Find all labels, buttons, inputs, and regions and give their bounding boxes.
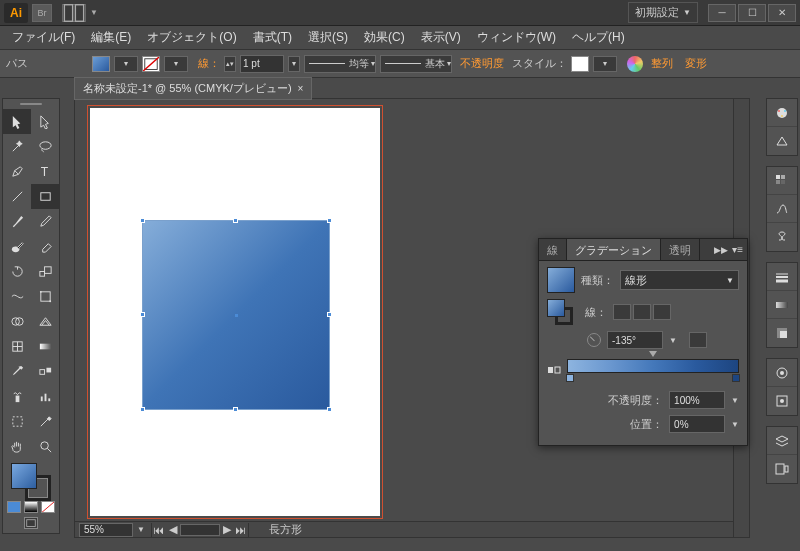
- appearance-panel-icon[interactable]: [767, 359, 797, 387]
- swatches-panel-icon[interactable]: [767, 167, 797, 195]
- pencil-tool[interactable]: [31, 209, 59, 234]
- width-tool[interactable]: [3, 284, 31, 309]
- resize-handle-tr[interactable]: [327, 218, 332, 223]
- tab-transparency[interactable]: 透明: [661, 239, 700, 260]
- lasso-tool[interactable]: [31, 134, 59, 159]
- resize-handle-tl[interactable]: [140, 218, 145, 223]
- artboard[interactable]: [90, 108, 380, 516]
- mesh-tool[interactable]: [3, 334, 31, 359]
- menu-object[interactable]: オブジェクト(O): [139, 26, 244, 49]
- arrange-documents-button[interactable]: [62, 4, 86, 22]
- menu-select[interactable]: 選択(S): [300, 26, 356, 49]
- gradient-mode-button[interactable]: [24, 501, 38, 513]
- gradient-angle-input[interactable]: [607, 331, 663, 349]
- align-link[interactable]: 整列: [647, 56, 677, 71]
- artboard-last-icon[interactable]: ⏭: [234, 523, 248, 537]
- scale-tool[interactable]: [31, 259, 59, 284]
- none-mode-button[interactable]: [41, 501, 55, 513]
- stroke-panel-icon[interactable]: [767, 263, 797, 291]
- style-menu-button[interactable]: ▾: [593, 56, 617, 72]
- perspective-grid-tool[interactable]: [31, 309, 59, 334]
- menu-format[interactable]: 書式(T): [245, 26, 300, 49]
- pen-tool[interactable]: [3, 159, 31, 184]
- symbol-sprayer-tool[interactable]: [3, 384, 31, 409]
- stroke-gradient-across-icon[interactable]: [653, 304, 671, 320]
- stroke-weight-dropdown[interactable]: ▾: [288, 56, 300, 72]
- zoom-tool[interactable]: [31, 434, 59, 459]
- blob-brush-tool[interactable]: [3, 234, 31, 259]
- resize-handle-rm[interactable]: [327, 312, 332, 317]
- eraser-tool[interactable]: [31, 234, 59, 259]
- menu-edit[interactable]: 編集(E): [83, 26, 139, 49]
- line-tool[interactable]: [3, 184, 31, 209]
- stroke-weight-input[interactable]: [240, 55, 284, 73]
- artboards-panel-icon[interactable]: [767, 455, 797, 483]
- aspect-ratio-icon[interactable]: [689, 332, 707, 348]
- paintbrush-tool[interactable]: [3, 209, 31, 234]
- minimize-button[interactable]: ─: [708, 4, 736, 22]
- stroke-swatch[interactable]: [142, 56, 160, 72]
- shape-builder-tool[interactable]: [3, 309, 31, 334]
- transparency-panel-icon[interactable]: [767, 319, 797, 347]
- gradient-slider[interactable]: [567, 359, 739, 373]
- menu-window[interactable]: ウィンドウ(W): [469, 26, 564, 49]
- symbols-panel-icon[interactable]: [767, 223, 797, 251]
- fill-color-icon[interactable]: [11, 463, 37, 489]
- slice-tool[interactable]: [31, 409, 59, 434]
- rectangle-tool[interactable]: [31, 184, 59, 209]
- bridge-icon[interactable]: Br: [32, 4, 52, 22]
- menu-help[interactable]: ヘルプ(H): [564, 26, 633, 49]
- resize-handle-bm[interactable]: [233, 407, 238, 412]
- rotate-tool[interactable]: [3, 259, 31, 284]
- gradient-preview-swatch[interactable]: [547, 267, 575, 293]
- dropdown-arrow-icon[interactable]: ▼: [90, 8, 98, 17]
- magic-wand-tool[interactable]: [3, 134, 31, 159]
- artboard-tool[interactable]: [3, 409, 31, 434]
- column-graph-tool[interactable]: [31, 384, 59, 409]
- artboard-first-icon[interactable]: ⏮: [152, 523, 166, 537]
- recolor-icon[interactable]: [627, 56, 643, 72]
- tab-stroke[interactable]: 線: [539, 239, 567, 260]
- gradient-panel-icon[interactable]: [767, 291, 797, 319]
- artboard-next-icon[interactable]: ▶: [220, 523, 234, 537]
- direct-selection-tool[interactable]: [31, 109, 59, 134]
- screen-mode-button[interactable]: [24, 517, 38, 529]
- document-tab[interactable]: 名称未設定-1* @ 55% (CMYK/プレビュー) ×: [74, 77, 312, 100]
- close-button[interactable]: ✕: [768, 4, 796, 22]
- transform-link[interactable]: 変形: [681, 56, 711, 71]
- resize-handle-lm[interactable]: [140, 312, 145, 317]
- reverse-gradient-icon[interactable]: [547, 363, 561, 377]
- brush-definition[interactable]: 基本▾: [380, 55, 452, 73]
- stop-opacity-input[interactable]: [669, 391, 725, 409]
- resize-handle-bl[interactable]: [140, 407, 145, 412]
- menu-file[interactable]: ファイル(F): [4, 26, 83, 49]
- fill-stroke-indicator[interactable]: [3, 459, 59, 499]
- close-tab-icon[interactable]: ×: [298, 83, 304, 94]
- stroke-menu-button[interactable]: ▾: [164, 56, 188, 72]
- graphic-styles-panel-icon[interactable]: [767, 387, 797, 415]
- layers-panel-icon[interactable]: [767, 427, 797, 455]
- dropdown-arrow-icon[interactable]: ▼: [669, 336, 677, 345]
- selection-tool[interactable]: [3, 109, 31, 134]
- opacity-link[interactable]: 不透明度: [456, 56, 508, 71]
- resize-handle-tm[interactable]: [233, 218, 238, 223]
- panel-menu-icon[interactable]: ▾≡: [732, 244, 743, 255]
- color-guide-panel-icon[interactable]: [767, 127, 797, 155]
- resize-handle-br[interactable]: [327, 407, 332, 412]
- zoom-level-input[interactable]: [79, 523, 133, 537]
- fill-swatch[interactable]: [92, 56, 110, 72]
- hand-tool[interactable]: [3, 434, 31, 459]
- type-tool[interactable]: T: [31, 159, 59, 184]
- gradient-midpoint-handle[interactable]: [649, 351, 657, 357]
- dropdown-arrow-icon[interactable]: ▼: [731, 396, 739, 405]
- variable-width-profile[interactable]: 均等▾: [304, 55, 376, 73]
- tab-gradient[interactable]: グラデーション: [567, 239, 661, 260]
- gradient-fill-stroke-icon[interactable]: [547, 299, 573, 325]
- eyedropper-tool[interactable]: [3, 359, 31, 384]
- panel-grip-icon[interactable]: [3, 99, 59, 109]
- dropdown-arrow-icon[interactable]: ▼: [137, 525, 145, 534]
- stop-location-input[interactable]: [669, 415, 725, 433]
- color-mode-button[interactable]: [7, 501, 21, 513]
- stroke-gradient-within-icon[interactable]: [613, 304, 631, 320]
- workspace-switcher[interactable]: 初期設定 ▼: [628, 2, 698, 23]
